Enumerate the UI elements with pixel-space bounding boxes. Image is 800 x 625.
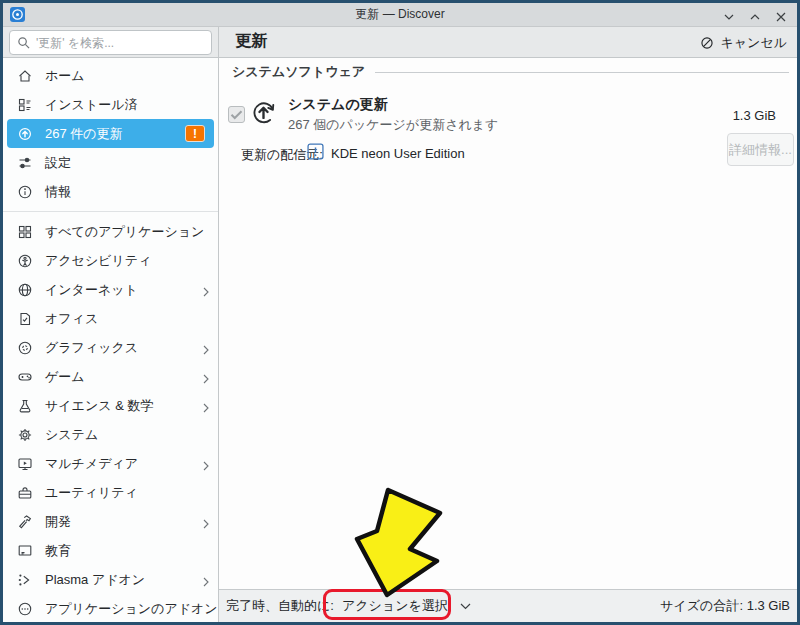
chevron-right-icon bbox=[203, 517, 209, 527]
graphics-icon bbox=[17, 340, 33, 356]
sidebar-item-label: すべてのアプリケーション bbox=[45, 223, 204, 241]
chevron-down-icon bbox=[460, 603, 471, 610]
education-icon bbox=[17, 543, 33, 559]
gear-icon bbox=[17, 427, 33, 443]
sidebar-item-label: 267 件の更新 bbox=[45, 125, 123, 143]
sidebar-item-installed[interactable]: インストール済 bbox=[3, 90, 218, 119]
sidebar-item-label: マルチメディア bbox=[45, 455, 138, 473]
sidebar-item-settings[interactable]: 設定 bbox=[3, 148, 218, 177]
update-title: システムの更新 bbox=[288, 96, 388, 114]
cancel-button[interactable]: キャンセル bbox=[700, 30, 787, 55]
sidebar-item-label: 教育 bbox=[45, 542, 71, 560]
update-checkbox[interactable] bbox=[228, 106, 245, 123]
chevron-right-icon bbox=[203, 401, 209, 411]
sidebar-item-plasma-addons[interactable]: Plasma アドオン bbox=[3, 565, 218, 594]
internet-icon bbox=[17, 282, 33, 298]
check-icon bbox=[229, 107, 244, 122]
sidebar-item-label: ホーム bbox=[45, 67, 85, 85]
action-select-value: アクションを選択 bbox=[342, 597, 448, 615]
sidebar-item-label: ユーティリティ bbox=[45, 484, 138, 502]
source-value: KDE neon User Edition bbox=[331, 146, 465, 161]
cancel-label: キャンセル bbox=[720, 34, 787, 52]
sidebar-item-accessibility[interactable]: アクセシビリティ bbox=[3, 246, 218, 275]
sidebar-item-games[interactable]: ゲーム bbox=[3, 362, 218, 391]
maximize-icon[interactable] bbox=[749, 9, 761, 21]
sidebar-item-label: Plasma アドオン bbox=[45, 571, 145, 589]
sidebar-item-system[interactable]: システム bbox=[3, 420, 218, 449]
sidebar-item-office[interactable]: オフィス bbox=[3, 304, 218, 333]
cancel-icon bbox=[700, 36, 714, 50]
sidebar-item-label: アクセシビリティ bbox=[45, 252, 151, 270]
sidebar-item-label: インターネット bbox=[45, 281, 138, 299]
update-size: 1.3 GiB bbox=[733, 108, 776, 123]
toolbar: 更新 キャンセル bbox=[3, 27, 797, 58]
sidebar-item-science-math[interactable]: サイエンス & 数学 bbox=[3, 391, 218, 420]
sidebar-item-label: サイエンス & 数学 bbox=[45, 397, 153, 415]
discover-window: 更新 — Discover 更新 キャンセル ホーム インストール済 bbox=[0, 0, 800, 625]
search-field[interactable] bbox=[9, 30, 212, 55]
window-title: 更新 — Discover bbox=[3, 6, 797, 23]
sidebar-item-about[interactable]: 情報 bbox=[3, 177, 218, 206]
sidebar-item-application-addons[interactable]: アプリケーションのアドオン bbox=[3, 594, 218, 623]
sidebar-item-development[interactable]: 開発 bbox=[3, 507, 218, 536]
sidebar-item-label: ゲーム bbox=[45, 368, 85, 386]
plasma-icon bbox=[17, 572, 33, 588]
home-icon bbox=[17, 68, 33, 84]
sidebar-divider bbox=[218, 27, 219, 622]
info-icon bbox=[17, 184, 33, 200]
office-icon bbox=[17, 311, 33, 327]
sidebar-item-label: 開発 bbox=[45, 513, 71, 531]
sidebar-item-label: システム bbox=[45, 426, 98, 444]
chevron-right-icon bbox=[203, 575, 209, 585]
sidebar-item-internet[interactable]: インターネット bbox=[3, 275, 218, 304]
chevron-right-icon bbox=[203, 343, 209, 353]
chevron-right-icon bbox=[203, 372, 209, 382]
app-addons-icon bbox=[17, 601, 33, 617]
sidebar-item-home[interactable]: ホーム bbox=[3, 61, 218, 90]
update-subtitle: 267 個のパッケージが更新されます bbox=[288, 116, 498, 134]
sidebar-item-label: 設定 bbox=[45, 154, 71, 172]
games-icon bbox=[17, 369, 33, 385]
footer-bar: 完了時、自動的に: アクションを選択 サイズの合計: 1.3 GiB bbox=[219, 589, 797, 622]
titlebar: 更新 — Discover bbox=[3, 3, 797, 27]
settings-icon bbox=[17, 155, 33, 171]
toolbox-icon bbox=[17, 485, 33, 501]
science-flask-icon bbox=[17, 398, 33, 414]
close-icon[interactable] bbox=[775, 9, 787, 21]
updates-alert-badge: ! bbox=[185, 125, 205, 142]
sidebar-item-label: グラフィックス bbox=[45, 339, 138, 357]
chevron-right-icon bbox=[203, 459, 209, 469]
section-divider bbox=[375, 72, 789, 73]
sidebar-item-updates[interactable]: 267 件の更新 ! bbox=[7, 119, 214, 148]
sidebar-item-label: インストール済 bbox=[45, 96, 138, 114]
details-button[interactable]: 詳細情報... bbox=[727, 133, 794, 166]
search-icon bbox=[17, 36, 30, 49]
sidebar-item-label: 情報 bbox=[45, 183, 71, 201]
sidebar-item-utilities[interactable]: ユーティリティ bbox=[3, 478, 218, 507]
sidebar-item-label: オフィス bbox=[45, 310, 98, 328]
sidebar-separator bbox=[3, 211, 218, 212]
system-upgrade-icon bbox=[250, 99, 277, 126]
update-icon bbox=[17, 126, 33, 142]
multimedia-icon bbox=[17, 456, 33, 472]
action-select-dropdown[interactable]: アクションを選択 bbox=[342, 597, 471, 615]
installed-icon bbox=[17, 97, 33, 113]
sidebar-item-label: アプリケーションのアドオン bbox=[45, 600, 218, 618]
total-size-label: サイズの合計: 1.3 GiB bbox=[660, 597, 790, 615]
accessibility-icon bbox=[17, 253, 33, 269]
sidebar: ホーム インストール済 267 件の更新 ! 設定 情報 すべてのアプリケーショ… bbox=[3, 58, 218, 622]
minimize-icon[interactable] bbox=[723, 9, 735, 21]
sidebar-item-all-applications[interactable]: すべてのアプリケーション bbox=[3, 217, 218, 246]
chevron-right-icon bbox=[203, 285, 209, 295]
all-apps-icon bbox=[17, 224, 33, 240]
page-title: 更新 bbox=[235, 31, 267, 52]
updates-page: システムソフトウェア システムの更新 267 個のパッケージが更新されます 1.… bbox=[219, 58, 797, 589]
on-completion-label: 完了時、自動的に: bbox=[226, 597, 334, 615]
sidebar-item-education[interactable]: 教育 bbox=[3, 536, 218, 565]
sidebar-item-graphics[interactable]: グラフィックス bbox=[3, 333, 218, 362]
section-title: システムソフトウェア bbox=[232, 63, 365, 81]
hammer-icon bbox=[17, 514, 33, 530]
search-input[interactable] bbox=[36, 36, 204, 50]
kde-neon-icon bbox=[307, 143, 324, 160]
sidebar-item-multimedia[interactable]: マルチメディア bbox=[3, 449, 218, 478]
